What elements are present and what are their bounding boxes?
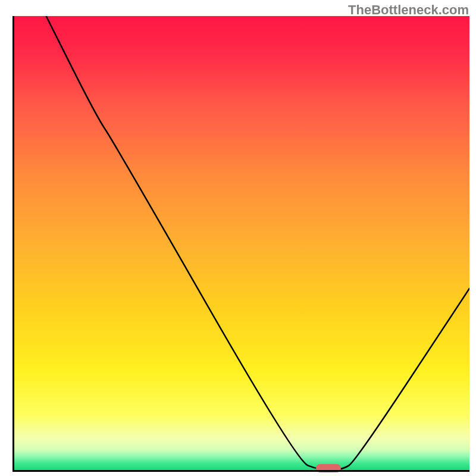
watermark-text: TheBottleneck.com (348, 2, 469, 18)
chart-axes (12, 16, 469, 472)
